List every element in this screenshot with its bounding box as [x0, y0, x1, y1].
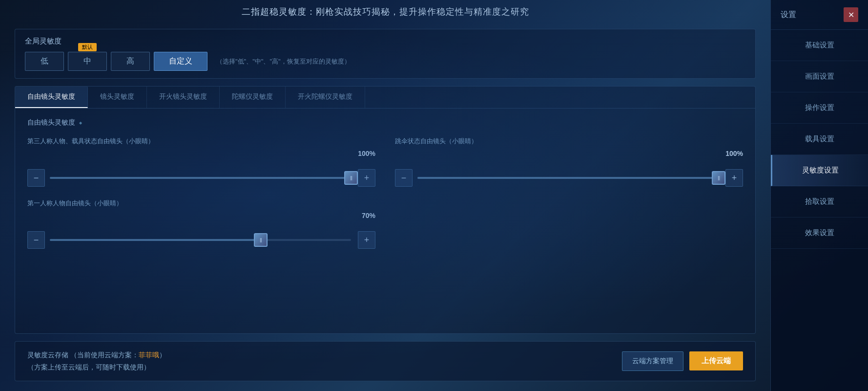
slider-first-person-track — [50, 239, 351, 241]
sensitivity-hint: （选择"低"、"中"、"高"，恢复至对应的灵敏度） — [216, 57, 351, 66]
slider-third-person-track-wrapper[interactable] — [50, 169, 351, 187]
sidebar-item-controls[interactable]: 操作设置 — [771, 92, 868, 124]
page-title: 二指超稳灵敏度：刚枪实战技巧揭秘，提升操作稳定性与精准度之研究 — [242, 6, 529, 18]
slider-parachute-track — [417, 177, 719, 179]
cloud-manage-button[interactable]: 云端方案管理 — [622, 351, 683, 371]
slider-parachute-thumb[interactable] — [712, 171, 725, 185]
slider-third-person-fill — [50, 177, 351, 179]
sidebar-title: 设置 — [781, 10, 796, 20]
cloud-info-line2: （方案上传至云端后，可随时下载使用） — [27, 361, 166, 373]
cloud-buttons: 云端方案管理 上传云端 — [622, 351, 743, 371]
slider-parachute: 跳伞状态自由镜头（小眼睛） − — [395, 137, 743, 187]
low-btn-container: 低 — [25, 52, 64, 71]
sliders-grid: 第三人称人物、载具状态自由镜头（小眼睛） − — [27, 137, 743, 249]
slider-first-person-track-wrapper[interactable] — [50, 231, 351, 249]
sensitivity-mid-button[interactable]: 中 — [68, 52, 107, 71]
slider-first-person-minus[interactable]: − — [27, 231, 45, 249]
slider-first-person-value: 70% — [356, 212, 375, 219]
slider-first-person-plus[interactable]: + — [358, 231, 375, 249]
slider-third-person-value: 100% — [356, 150, 375, 157]
custom-btn-container: 自定义 — [154, 52, 207, 71]
tab-section: 自由镜头灵敏度 镜头灵敏度 开火镜头灵敏度 陀螺仪灵敏度 开火陀螺仪灵敏度 自由… — [15, 86, 756, 334]
content-area: 二指超稳灵敏度：刚枪实战技巧揭秘，提升操作稳定性与精准度之研究 全局灵敏度 低 … — [0, 0, 770, 391]
tab-gyroscope[interactable]: 陀螺仪灵敏度 — [220, 87, 286, 108]
main-container: 二指超稳灵敏度：刚枪实战技巧揭秘，提升操作稳定性与精准度之研究 全局灵敏度 低 … — [0, 0, 868, 391]
slider-parachute-minus[interactable]: − — [395, 169, 413, 187]
close-button[interactable]: ✕ — [844, 7, 858, 22]
slider-parachute-value-container: 100% + — [723, 150, 743, 187]
cloud-info-line1: 灵敏度云存储 （当前使用云端方案：菲菲哦） — [27, 349, 166, 361]
sidebar-item-display[interactable]: 画面设置 — [771, 61, 868, 92]
tab-camera[interactable]: 镜头灵敏度 — [88, 87, 147, 108]
global-sensitivity-section: 全局灵敏度 低 默认 中 高 自定义 （选择"低"、"中"、"高"，恢复至对应的… — [15, 29, 756, 79]
sensitivity-low-button[interactable]: 低 — [25, 52, 64, 71]
cloud-plan-name: 菲菲哦 — [139, 351, 159, 359]
slider-third-person-minus[interactable]: − — [27, 169, 45, 187]
sidebar-item-sensitivity[interactable]: 灵敏度设置 — [771, 155, 868, 186]
slider-parachute-fill — [417, 177, 719, 179]
sidebar-nav: 基础设置 画面设置 操作设置 载具设置 灵敏度设置 拾取设置 效果设置 — [771, 30, 868, 391]
cloud-info: 灵敏度云存储 （当前使用云端方案：菲菲哦） （方案上传至云端后，可随时下载使用） — [27, 349, 166, 373]
mid-btn-container: 默认 中 — [68, 52, 107, 71]
slider-first-person-label: 第一人称人物自由镜头（小眼睛） — [27, 199, 375, 208]
sensitivity-high-button[interactable]: 高 — [111, 52, 150, 71]
tab-bar: 自由镜头灵敏度 镜头灵敏度 开火镜头灵敏度 陀螺仪灵敏度 开火陀螺仪灵敏度 — [15, 87, 755, 109]
slider-first-person-value-container: 70% + — [356, 212, 375, 249]
default-badge: 默认 — [78, 43, 97, 51]
slider-parachute-track-wrapper[interactable] — [417, 169, 719, 187]
sidebar: 设置 ✕ 基础设置 画面设置 操作设置 载具设置 灵敏度设置 拾取设置 效果设置 — [770, 0, 868, 391]
slider-third-person-label: 第三人称人物、载具状态自由镜头（小眼睛） — [27, 137, 375, 146]
slider-first-person: 第一人称人物自由镜头（小眼睛） − — [27, 199, 375, 249]
slider-parachute-plus[interactable]: + — [725, 169, 743, 187]
tab-free-camera[interactable]: 自由镜头灵敏度 — [15, 87, 88, 108]
cloud-section: 灵敏度云存储 （当前使用云端方案：菲菲哦） （方案上传至云端后，可随时下载使用）… — [15, 341, 756, 381]
sidebar-header: 设置 ✕ — [771, 0, 868, 30]
tab-content: 自由镜头灵敏度 第三人称人物、载具状态自由镜头（小眼睛） − — [15, 109, 755, 259]
slider-parachute-value: 100% — [723, 150, 743, 157]
slider-first-person-thumb[interactable] — [254, 233, 268, 247]
slider-third-person-value-container: 100% + — [356, 150, 375, 187]
global-sensitivity-label: 全局灵敏度 — [25, 37, 745, 46]
tab-fire-camera[interactable]: 开火镜头灵敏度 — [147, 87, 220, 108]
slider-third-person-plus[interactable]: + — [358, 169, 375, 187]
sensitivity-button-group: 低 默认 中 高 自定义 （选择"低"、"中"、"高"，恢复至对应的灵敏度） — [25, 52, 745, 71]
slider-third-person: 第三人称人物、载具状态自由镜头（小眼睛） − — [27, 137, 375, 187]
slider-third-person-thumb[interactable] — [344, 171, 358, 185]
slider-third-person-track — [50, 177, 351, 179]
slider-parachute-label: 跳伞状态自由镜头（小眼睛） — [395, 137, 743, 146]
sensitivity-custom-button[interactable]: 自定义 — [154, 52, 207, 71]
title-bar: 二指超稳灵敏度：刚枪实战技巧揭秘，提升操作稳定性与精准度之研究 — [15, 0, 756, 22]
cloud-upload-button[interactable]: 上传云端 — [689, 351, 743, 370]
sidebar-item-effects[interactable]: 效果设置 — [771, 217, 868, 249]
tab-fire-gyroscope[interactable]: 开火陀螺仪灵敏度 — [286, 87, 365, 108]
high-btn-container: 高 — [111, 52, 150, 71]
slider-first-person-fill — [50, 239, 261, 241]
sidebar-item-pickup[interactable]: 拾取设置 — [771, 186, 868, 217]
sidebar-item-vehicle[interactable]: 载具设置 — [771, 124, 868, 155]
sub-section-title: 自由镜头灵敏度 — [27, 118, 743, 127]
sidebar-item-basic[interactable]: 基础设置 — [771, 30, 868, 61]
